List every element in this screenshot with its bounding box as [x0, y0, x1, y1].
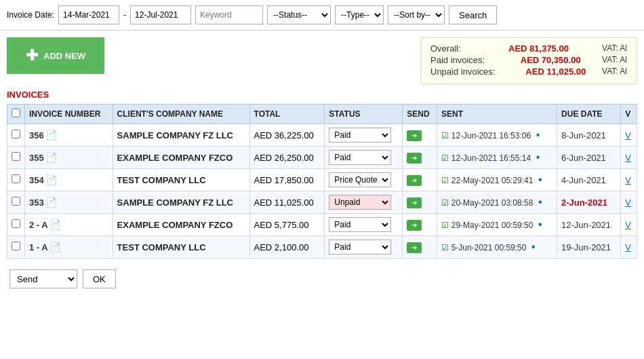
header-sent: SENT [437, 105, 557, 124]
due-date-cell: 6-Jun-2021 [557, 147, 621, 169]
unpaid-vat: VAT: Al [602, 67, 627, 77]
send-icon[interactable]: ➔ [407, 242, 422, 253]
filter-bar: Invoice Date: - --Status-- Paid Unpaid P… [0, 0, 644, 31]
ok-button[interactable]: OK [83, 269, 116, 288]
status-dropdown[interactable]: PaidUnpaidPrice Quote [329, 217, 391, 232]
pdf-icon[interactable]: 📄 [45, 174, 57, 185]
sent-date: 5-Jun-2021 00:59:50 [451, 243, 527, 252]
sent-checkmark: ☑ [441, 131, 449, 140]
view-cell: V [621, 191, 637, 214]
view-link[interactable]: V [625, 220, 631, 230]
row-checkbox[interactable] [12, 130, 20, 138]
pdf-icon[interactable]: 📄 [45, 130, 57, 140]
total-cell: AED 26,250.00 [249, 147, 325, 169]
company-name: TEST COMPANY LLC [117, 242, 206, 252]
header-invoice-number: INVOICE NUMBER [25, 105, 113, 124]
bulk-action-select[interactable]: SendDeleteMark Paid [9, 269, 77, 288]
send-cell: ➔ [403, 169, 437, 191]
due-date-cell: 8-Jun-2021 [557, 124, 621, 147]
row-checkbox[interactable] [12, 152, 20, 161]
select-all-checkbox[interactable] [12, 109, 20, 117]
info-dot[interactable]: • [538, 174, 542, 185]
unpaid-row: Unpaid invoices: AED 11,025.00 VAT: Al [430, 67, 627, 77]
top-row: ✚ ADD NEW Overall: AED 81,375.00 VAT: Al… [7, 37, 637, 84]
status-dropdown[interactable]: PaidUnpaidPrice Quote [329, 172, 391, 187]
header-send: SEND [403, 105, 437, 124]
due-date-cell: 12-Jun-2021 [557, 214, 621, 236]
row-checkbox[interactable] [12, 242, 20, 250]
info-dot[interactable]: • [536, 151, 540, 163]
sent-checkmark: ☑ [441, 176, 449, 185]
pdf-icon[interactable]: 📄 [45, 197, 57, 208]
due-date: 6-Jun-2021 [561, 153, 606, 163]
sent-date: 22-May-2021 05:29:41 [451, 176, 534, 185]
paid-amount: AED 70,350.00 [506, 55, 581, 65]
total-cell: AED 17,850.00 [249, 169, 325, 191]
table-row: 355📄EXAMPLE COMPANY FZCOAED 26,250.00Pai… [7, 147, 637, 169]
date-separator: - [123, 10, 126, 20]
info-dot[interactable]: • [538, 219, 542, 230]
pdf-icon[interactable]: 📄 [49, 219, 61, 230]
company-name-cell: SAMPLE COMPANY FZ LLC [113, 124, 249, 147]
overall-vat: VAT: Al [602, 43, 627, 54]
invoices-table: INVOICE NUMBER CLIENT'S COMPANY NAME TOT… [7, 104, 637, 259]
send-icon[interactable]: ➔ [407, 197, 422, 208]
sort-select[interactable]: --Sort by-- Date Amount Company [388, 5, 445, 24]
view-link[interactable]: V [625, 175, 631, 185]
total-cell: AED 36,225.00 [249, 124, 325, 147]
date-to-input[interactable] [130, 5, 191, 24]
status-select[interactable]: --Status-- Paid Unpaid Price Quote [267, 5, 331, 24]
overall-amount: AED 81,375.00 [494, 43, 569, 54]
bottom-bar: SendDeleteMark Paid OK [7, 265, 637, 292]
invoice-number: 356 [29, 130, 44, 140]
table-row: 2 - A📄EXAMPLE COMPANY FZCOAED 5,775.00Pa… [7, 214, 637, 236]
invoice-date-label: Invoice Date: [7, 10, 54, 20]
view-cell: V [621, 214, 637, 236]
sent-date: 12-Jun-2021 16:53:06 [451, 131, 531, 140]
sent-cell: ☑ 22-May-2021 05:29:41 • [437, 169, 557, 191]
view-link[interactable]: V [625, 197, 631, 208]
due-date-cell: 19-Jun-2021 [557, 236, 621, 259]
add-new-button[interactable]: ✚ ADD NEW [7, 37, 104, 74]
status-dropdown[interactable]: PaidUnpaidPrice Quote [329, 240, 391, 254]
row-checkbox[interactable] [12, 219, 20, 228]
info-dot[interactable]: • [531, 241, 536, 252]
send-icon[interactable]: ➔ [407, 153, 422, 164]
pdf-icon[interactable]: 📄 [45, 152, 57, 163]
sent-date: 20-May-2021 03:08:58 [451, 198, 534, 208]
info-dot[interactable]: • [536, 129, 540, 140]
send-icon[interactable]: ➔ [407, 175, 422, 186]
table-row: 354📄TEST COMPANY LLCAED 17,850.00PaidUnp… [7, 169, 637, 191]
unpaid-amount: AED 11,025.00 [511, 67, 586, 77]
search-button[interactable]: Search [449, 5, 497, 24]
invoice-number: 2 - A [29, 220, 48, 230]
info-dot[interactable]: • [538, 196, 542, 208]
row-checkbox[interactable] [12, 197, 20, 206]
row-checkbox[interactable] [12, 174, 20, 183]
status-dropdown[interactable]: PaidUnpaidPrice Quote [329, 150, 391, 165]
view-link[interactable]: V [625, 242, 631, 252]
header-view: V [621, 105, 637, 124]
company-name: SAMPLE COMPANY FZ LLC [117, 130, 233, 140]
status-dropdown[interactable]: PaidUnpaidPrice Quote [329, 195, 391, 210]
sent-checkmark: ☑ [441, 221, 449, 230]
sent-cell: ☑ 29-May-2021 00:59:50 • [437, 214, 557, 236]
send-icon[interactable]: ➔ [407, 130, 422, 141]
sent-cell: ☑ 20-May-2021 03:08:58 • [437, 191, 557, 214]
plus-icon: ✚ [26, 47, 38, 64]
view-link[interactable]: V [625, 153, 631, 163]
status-dropdown[interactable]: PaidUnpaidPrice Quote [329, 128, 391, 143]
type-select[interactable]: --Type-- Invoice Quote [335, 5, 384, 24]
pdf-icon[interactable]: 📄 [49, 242, 61, 252]
company-name-cell: TEST COMPANY LLC [113, 169, 249, 191]
send-icon[interactable]: ➔ [407, 220, 422, 231]
date-from-input[interactable] [58, 5, 119, 24]
company-name: EXAMPLE COMPANY FZCO [117, 220, 233, 230]
header-company-name: CLIENT'S COMPANY NAME [113, 105, 249, 124]
company-name: TEST COMPANY LLC [117, 175, 206, 185]
view-link[interactable]: V [625, 130, 631, 140]
invoice-number-cell: 355📄 [25, 147, 113, 169]
total-cell: AED 2,100.00 [249, 236, 325, 259]
company-name: SAMPLE COMPANY FZ LLC [117, 197, 233, 208]
keyword-input[interactable] [195, 5, 263, 24]
